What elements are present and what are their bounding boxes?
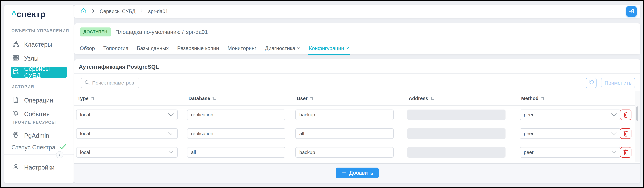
tab-overview[interactable]: Обзор: [80, 43, 95, 54]
chevron-down-icon: [168, 112, 174, 118]
sidebar-item-settings[interactable]: Настройки: [11, 162, 67, 173]
database-input[interactable]: [187, 128, 285, 139]
tab-databases[interactable]: Базы данных: [137, 43, 169, 54]
brand-name: спектр: [16, 9, 46, 19]
chevron-right-icon: [140, 9, 144, 14]
sort-icon[interactable]: [90, 96, 95, 101]
apply-button[interactable]: Применить: [601, 78, 635, 88]
column-label: Database: [188, 96, 210, 101]
breadcrumb-current: spr-da01: [148, 9, 168, 14]
tab-monitoring[interactable]: Мониторинг: [228, 43, 256, 54]
sort-icon[interactable]: [430, 96, 434, 101]
status-badge: ДОСТУПЕН: [80, 28, 111, 36]
plus-icon: [342, 170, 347, 176]
site-title: Площадка по-умолчанию /: [115, 29, 184, 35]
service-name: spr-da01: [186, 29, 208, 35]
select-value: local: [80, 131, 90, 136]
column-label: Type: [78, 96, 88, 101]
sidebar-item-dbms-services[interactable]: Сервисы СУБД: [11, 67, 67, 78]
sidebar-item-events[interactable]: События: [11, 109, 67, 120]
table-row: local peer: [74, 143, 640, 162]
spektr-status[interactable]: Статус Спектра: [12, 144, 66, 151]
trash-icon: [623, 149, 629, 156]
column-header-database: Database: [188, 96, 216, 101]
sidebar-item-pgadmin[interactable]: PgAdmin: [11, 130, 67, 141]
clusters-icon: [12, 40, 20, 49]
vertical-scrollbar-thumb[interactable]: [636, 107, 638, 121]
chevron-right-icon: [91, 9, 96, 14]
database-input[interactable]: [187, 110, 285, 120]
method-select[interactable]: peer: [520, 147, 621, 158]
sidebar-item-operations[interactable]: Операции: [11, 95, 67, 106]
type-select[interactable]: local: [76, 128, 178, 139]
panel-title: Аутентификация PostgreSQL: [79, 64, 159, 70]
sidebar-item-label: PgAdmin: [24, 132, 49, 139]
trash-icon: [623, 111, 629, 119]
logout-button[interactable]: [626, 6, 637, 17]
add-row-button[interactable]: Добавить: [336, 167, 378, 178]
tab-backups[interactable]: Резервные копии: [177, 43, 219, 54]
address-input-disabled: [407, 110, 506, 120]
chevron-down-icon: [611, 131, 617, 136]
sidebar-item-label: Кластеры: [24, 41, 52, 48]
sort-icon[interactable]: [310, 96, 314, 101]
postgresql-auth-panel: Аутентификация PostgreSQL Применить Type…: [74, 59, 640, 183]
user-input[interactable]: [296, 147, 394, 158]
trash-icon: [623, 130, 629, 137]
breadcrumb-services[interactable]: Сервисы СУБД: [100, 9, 136, 14]
table-header: Type Database User Address Method: [74, 91, 640, 106]
tab-label: Резервные копии: [177, 45, 219, 51]
tab-label: Базы данных: [137, 45, 169, 51]
search-icon: [84, 80, 90, 86]
status-label: Статус Спектра: [12, 144, 55, 151]
tab-diagnostics[interactable]: Диагностика: [265, 43, 300, 54]
vertical-scrollbar-track: [635, 91, 640, 162]
delete-row-button[interactable]: [620, 147, 632, 158]
status-ok-check-icon: [59, 144, 66, 151]
table-footer: Добавить: [74, 164, 640, 183]
search-box: [81, 78, 139, 88]
sort-icon[interactable]: [540, 96, 545, 101]
column-header-method: Method: [521, 96, 545, 101]
sidebar-item-label: События: [24, 111, 50, 118]
home-icon[interactable]: [80, 7, 87, 16]
method-select[interactable]: peer: [520, 128, 621, 139]
tab-label: Конфигурации: [309, 45, 344, 51]
sidebar-item-clusters[interactable]: Кластеры: [11, 39, 67, 50]
reset-button[interactable]: [586, 78, 596, 88]
sidebar: ^спектр ОБЪЕКТЫ УПРАВЛЕНИЯ Кластеры Узлы…: [4, 5, 74, 183]
database-input[interactable]: [187, 147, 285, 158]
brand-logo[interactable]: ^спектр: [12, 9, 46, 19]
delete-row-button[interactable]: [620, 110, 632, 120]
sidebar-item-nodes[interactable]: Узлы: [11, 53, 67, 64]
column-header-address: Address: [408, 96, 434, 101]
horizontal-scrollbar[interactable]: [74, 163, 640, 164]
chevron-down-icon: [611, 150, 617, 155]
sidebar-item-label: Сервисы СУБД: [24, 65, 67, 79]
user-input[interactable]: [296, 128, 394, 139]
pgadmin-elephant-icon: [12, 131, 20, 140]
sidebar-item-label: Настройки: [24, 164, 54, 171]
sidebar-item-label: Операции: [24, 97, 53, 104]
chevron-down-icon: [168, 150, 174, 155]
user-input[interactable]: [296, 110, 394, 120]
search-input[interactable]: [92, 80, 136, 86]
sort-icon[interactable]: [212, 96, 216, 101]
column-label: Address: [408, 96, 428, 101]
tab-configurations[interactable]: Конфигурации: [309, 43, 349, 54]
sidebar-group-other: ПРОЧИЕ РЕСУРСЫ: [12, 120, 56, 125]
document-icon: [12, 96, 20, 105]
delete-row-button[interactable]: [620, 128, 632, 139]
type-select[interactable]: local: [76, 110, 178, 120]
type-select[interactable]: local: [76, 147, 178, 158]
method-select[interactable]: peer: [520, 110, 621, 120]
select-value: local: [80, 150, 90, 155]
tab-bar: Обзор Топология Базы данных Резервные ко…: [74, 43, 640, 54]
add-row-label: Добавить: [349, 170, 373, 176]
database-gear-icon: [12, 68, 20, 77]
tab-topology[interactable]: Топология: [103, 43, 128, 54]
select-value: peer: [524, 112, 534, 118]
column-header-user: User: [297, 96, 314, 101]
sidebar-collapse-button[interactable]: [56, 151, 63, 158]
address-input-disabled: [407, 128, 506, 139]
